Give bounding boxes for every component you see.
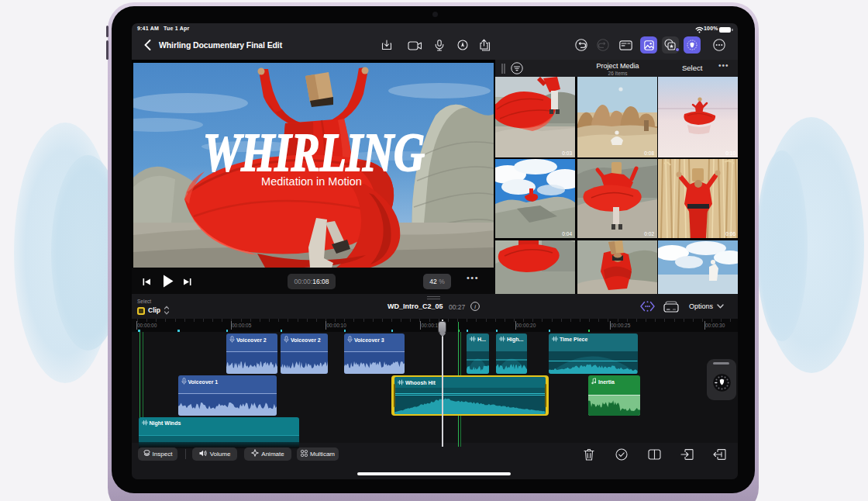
- svg-text:0:03: 0:03: [562, 150, 572, 156]
- svg-text:0:06: 0:06: [725, 231, 735, 237]
- svg-text:0:10: 0:10: [725, 150, 735, 156]
- svg-text:0:02: 0:02: [644, 231, 654, 237]
- svg-text:Meditation in Motion: Meditation in Motion: [261, 175, 362, 188]
- svg-text:0:08: 0:08: [644, 150, 654, 156]
- svg-text:WHIRLING: WHIRLING: [203, 123, 425, 182]
- svg-text:0:04: 0:04: [562, 231, 572, 237]
- svg-text:i: i: [474, 303, 476, 310]
